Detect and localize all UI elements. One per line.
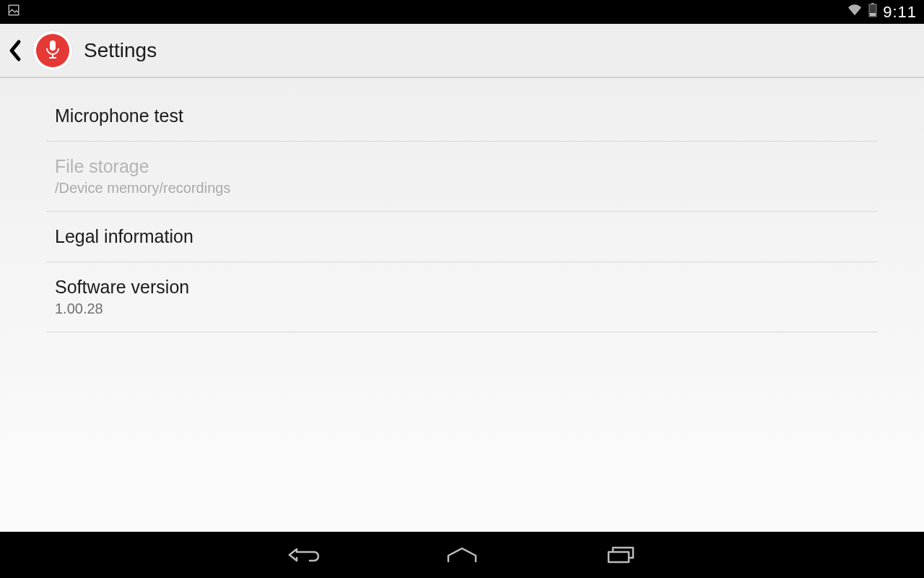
item-title: File storage	[55, 156, 869, 177]
settings-item-software-version[interactable]: Software version 1.00.28	[46, 262, 878, 332]
svg-rect-6	[49, 57, 56, 59]
svg-rect-3	[870, 13, 876, 16]
battery-icon	[868, 3, 877, 21]
item-subtitle: /Device memory/recordings	[55, 180, 869, 197]
navigation-bar	[0, 532, 924, 578]
settings-item-legal-information[interactable]: Legal information	[46, 212, 878, 262]
settings-item-microphone-test[interactable]: Microphone test	[46, 91, 878, 142]
page-title: Settings	[84, 39, 157, 62]
item-title: Microphone test	[55, 105, 869, 126]
svg-rect-2	[871, 3, 874, 4]
nav-back-button[interactable]	[282, 540, 325, 569]
item-subtitle: 1.00.28	[55, 301, 869, 317]
wifi-icon	[847, 4, 863, 20]
status-bar: 9:11	[0, 0, 924, 24]
svg-rect-4	[50, 40, 56, 51]
svg-rect-0	[9, 5, 19, 15]
back-button[interactable]	[6, 36, 26, 65]
settings-list: Microphone test File storage /Device mem…	[0, 78, 924, 532]
microphone-icon	[45, 39, 61, 62]
item-title: Software version	[55, 277, 869, 298]
action-bar: Settings	[0, 24, 924, 78]
svg-rect-7	[609, 552, 629, 562]
app-icon	[33, 31, 72, 70]
nav-home-button[interactable]	[440, 540, 484, 569]
gallery-icon	[7, 4, 20, 20]
clock: 9:11	[883, 3, 917, 22]
nav-recent-button[interactable]	[599, 540, 642, 569]
settings-item-file-storage: File storage /Device memory/recordings	[46, 142, 878, 212]
item-title: Legal information	[55, 226, 869, 247]
